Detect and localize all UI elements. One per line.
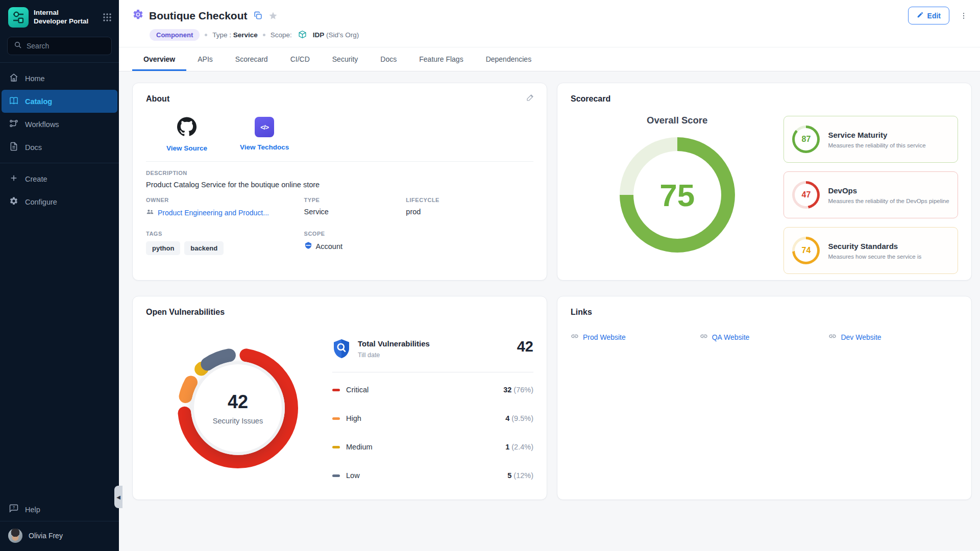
owner-value: Product Engineering and Product...	[158, 209, 269, 217]
low-dash-icon	[332, 474, 340, 477]
legend-pct: (76%)	[513, 386, 533, 394]
tab-docs[interactable]: Docs	[369, 47, 408, 71]
qa-website-link[interactable]: QA Website	[700, 332, 829, 342]
sidebar-item-help[interactable]: ? Help	[0, 498, 119, 521]
apps-grid-icon[interactable]	[103, 13, 112, 22]
critical-dash-icon	[332, 389, 340, 391]
scorecard-item-devops[interactable]: 47 DevOps Measures the reliability of th…	[783, 171, 958, 218]
sidebar-item-label: Create	[25, 175, 47, 183]
pencil-icon	[917, 11, 924, 20]
scope-field-label: SCOPE	[304, 231, 533, 237]
edit-button[interactable]: Edit	[908, 7, 949, 24]
scorecard-item-desc: Measures how secure the service is	[828, 254, 921, 260]
content-area: About View Source	[119, 71, 980, 551]
page-header: Boutique Checkout	[119, 0, 980, 47]
sidebar-item-workflows[interactable]: Workflows	[0, 113, 119, 136]
total-vulnerabilities-value: 42	[517, 338, 533, 355]
legend-count: 4	[505, 414, 509, 422]
sidebar-item-home[interactable]: Home	[0, 67, 119, 90]
link-chain-icon	[700, 332, 708, 342]
legend-row-medium: Medium 1 (2.4%)	[332, 433, 533, 461]
lifecycle-value: prod	[406, 208, 533, 216]
sidebar-item-label: Home	[25, 74, 45, 83]
scorecard-title: Scorecard	[571, 94, 958, 104]
legend-label: High	[346, 414, 361, 422]
type-value: Service	[233, 31, 258, 39]
component-gear-icon	[132, 9, 144, 22]
idp-logo-icon	[8, 7, 29, 28]
tab-apis[interactable]: APIs	[186, 47, 224, 71]
scope-value: IDP	[313, 31, 325, 39]
tab-cicd[interactable]: CI/CD	[279, 47, 321, 71]
copy-icon[interactable]	[254, 11, 262, 20]
legend-count: 32	[503, 386, 511, 394]
about-title: About	[146, 94, 533, 104]
sidebar-item-label: Docs	[25, 143, 42, 152]
user-name: Olivia Frey	[29, 532, 63, 540]
security-standards-donut: 74	[792, 237, 820, 264]
link-chain-icon	[571, 332, 579, 342]
scorecard-card: Scorecard Overall Score 75 87	[557, 83, 972, 281]
tags-label: TAGS	[146, 231, 304, 237]
sidebar-collapse-handle[interactable]: ◀	[114, 486, 122, 508]
legend-count: 5	[507, 471, 511, 480]
sidebar-search[interactable]	[7, 37, 112, 55]
link-label: Prod Website	[583, 333, 626, 341]
scope-org: (Sid's Org)	[326, 31, 359, 39]
tab-feature-flags[interactable]: Feature Flags	[408, 47, 474, 71]
view-source-link[interactable]: View Source	[166, 117, 207, 152]
overall-score-label: Overall Score	[647, 115, 707, 126]
edit-button-label: Edit	[927, 12, 941, 20]
view-techdocs-link[interactable]: </> View Techdocs	[240, 117, 289, 152]
about-edit-pencil-icon[interactable]	[526, 93, 534, 104]
tab-overview[interactable]: Overview	[132, 47, 186, 71]
account-scope-icon	[304, 241, 312, 251]
vuln-center-label: Security Issues	[213, 417, 263, 425]
sidebar-item-docs[interactable]: Docs	[0, 136, 119, 159]
sidebar-item-label: Configure	[25, 198, 57, 206]
component-badge: Component	[150, 29, 200, 41]
dev-website-link[interactable]: Dev Website	[828, 332, 958, 342]
user-menu[interactable]: Olivia Frey	[0, 521, 119, 551]
document-icon	[9, 142, 18, 153]
star-icon[interactable]	[268, 11, 278, 20]
scorecard-item-desc: Measures the reliability of this service	[828, 142, 925, 148]
sidebar-item-label: Help	[25, 506, 40, 514]
sidebar-item-create[interactable]: Create	[0, 167, 119, 190]
tab-dependencies[interactable]: Dependencies	[475, 47, 543, 71]
workflows-icon	[9, 119, 18, 130]
link-label: QA Website	[712, 333, 750, 341]
link-label: Dev Website	[841, 333, 881, 341]
plus-icon	[9, 173, 18, 184]
search-icon	[14, 41, 22, 51]
tag-chip[interactable]: python	[146, 241, 180, 255]
prod-website-link[interactable]: Prod Website	[571, 332, 700, 342]
links-title: Links	[571, 308, 958, 317]
tab-scorecard[interactable]: Scorecard	[224, 47, 279, 71]
sidebar-item-label: Workflows	[25, 120, 59, 129]
service-maturity-value: 87	[802, 135, 811, 144]
scorecard-item-security-standards[interactable]: 74 Security Standards Measures how secur…	[783, 227, 958, 274]
tab-security[interactable]: Security	[321, 47, 370, 71]
search-input[interactable]	[27, 42, 105, 50]
breadcrumb: Component Type : Service Scope: IDP (Sid…	[150, 29, 968, 41]
tab-bar: Overview APIs Scorecard CI/CD Security D…	[119, 47, 980, 71]
scope-cube-icon	[298, 30, 307, 40]
legend-row-critical: Critical 32 (76%)	[332, 375, 533, 404]
scorecard-item-service-maturity[interactable]: 87 Service Maturity Measures the reliabi…	[783, 116, 958, 163]
service-maturity-donut: 87	[792, 126, 820, 153]
vulnerabilities-title: Open Vulnerabilities	[146, 308, 533, 317]
scope-label: Scope:	[271, 31, 292, 39]
sidebar-item-catalog[interactable]: Catalog	[2, 90, 117, 113]
page-title: Boutique Checkout	[149, 10, 248, 22]
owner-link[interactable]: Product Engineering and Product...	[146, 208, 304, 217]
legend-pct: (9.5%)	[511, 414, 533, 422]
kebab-menu-icon[interactable]	[960, 12, 968, 20]
tag-chip[interactable]: backend	[184, 241, 224, 255]
total-vulnerabilities-title: Total Vulnerabilities	[358, 339, 430, 348]
catalog-book-icon	[9, 96, 18, 107]
legend-label: Low	[346, 471, 360, 480]
links-card: Links Prod Website QA Website	[557, 296, 972, 500]
sidebar-item-configure[interactable]: Configure	[0, 190, 119, 213]
scorecard-item-name: DevOps	[828, 186, 949, 195]
